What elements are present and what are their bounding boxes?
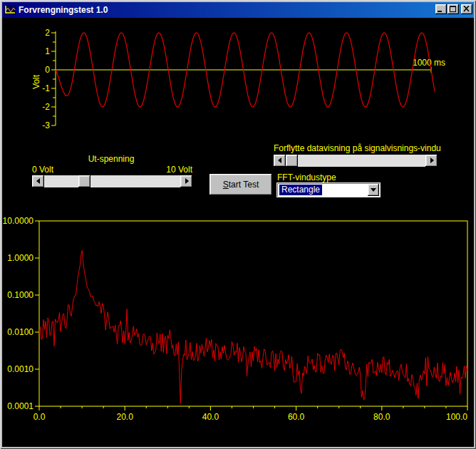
fft-x-tick-label: 80.0	[373, 412, 390, 422]
pan-scrollbar-thumb[interactable]	[286, 155, 298, 167]
scope-y-tick-label: -2	[42, 102, 50, 112]
fft-y-tick-label: 1.0000	[7, 253, 33, 263]
fft-window-combobox[interactable]: Rectangle	[276, 182, 381, 197]
fft-spectrum-trace	[39, 250, 467, 403]
start-test-button[interactable]: Start Test	[209, 174, 272, 195]
scroll-right-arrow-button[interactable]	[425, 155, 438, 167]
fft-y-tick-label: 10.0000	[3, 216, 34, 226]
app-window: Forvrengningstest 1.0 210-1-2-31000 msVo…	[0, 0, 476, 449]
out-voltage-scrollbar[interactable]	[32, 175, 192, 187]
left-arrow-icon	[36, 178, 40, 184]
scroll-right-arrow-button[interactable]	[180, 175, 192, 187]
pan-label: Forflytte datavisning på signalvisnings-…	[274, 143, 441, 153]
minimize-button[interactable]	[435, 4, 447, 14]
client-area: 210-1-2-31000 msVolt10.00001.00000.10000…	[2, 18, 474, 447]
out-voltage-max-label: 10 Volt	[162, 165, 192, 175]
pan-scrollbar[interactable]	[274, 155, 438, 167]
caption-buttons	[435, 4, 472, 14]
scope-y-tick-label: -1	[42, 83, 50, 93]
scope-y-axis-title: Volt	[31, 74, 41, 89]
window-title: Forvrengningstest 1.0	[19, 5, 108, 15]
scope-y-tick-label: 2	[45, 28, 50, 38]
close-button[interactable]	[461, 4, 472, 14]
left-arrow-icon	[278, 158, 281, 163]
fft-x-tick-label: 60.0	[288, 412, 305, 422]
start-test-mnemonic: S	[223, 180, 229, 190]
maximize-button[interactable]	[447, 4, 459, 14]
out-voltage-min-label: 0 Volt	[32, 165, 53, 175]
scope-y-tick-label: 1	[45, 46, 50, 56]
fft-window-selected-value: Rectangle	[279, 185, 322, 195]
scope-y-tick-label: 0	[45, 65, 50, 75]
out-voltage-label: Ut-spenning	[47, 154, 175, 164]
fft-y-tick-label: 0.0001	[7, 401, 33, 411]
start-test-label: tart Test	[229, 180, 259, 190]
fft-x-tick-label: 100.0	[446, 412, 467, 422]
title-bar[interactable]: Forvrengningstest 1.0	[2, 2, 474, 18]
fft-chart-frame	[39, 221, 467, 406]
oscilloscope-icon	[4, 5, 16, 15]
combobox-dropdown-button[interactable]	[368, 184, 379, 196]
fft-x-tick-label: 20.0	[117, 412, 134, 422]
right-arrow-icon	[185, 178, 189, 184]
fft-x-tick-label: 0.0	[33, 412, 46, 422]
fft-y-tick-label: 0.0100	[7, 327, 33, 337]
fft-x-tick-label: 40.0	[202, 412, 219, 422]
scroll-left-arrow-button[interactable]	[274, 155, 286, 167]
fft-window-label: FFT-vindustype	[277, 172, 336, 182]
fft-y-tick-label: 0.1000	[7, 290, 33, 300]
scroll-left-arrow-button[interactable]	[32, 175, 44, 187]
right-arrow-icon	[430, 158, 434, 163]
down-arrow-icon	[371, 188, 376, 192]
out-voltage-scrollbar-thumb[interactable]	[78, 175, 90, 187]
charts-layer: 210-1-2-31000 msVolt10.00001.00000.10000…	[2, 18, 474, 447]
fft-y-tick-label: 0.0010	[7, 364, 33, 374]
scope-y-tick-label: -3	[42, 120, 50, 130]
